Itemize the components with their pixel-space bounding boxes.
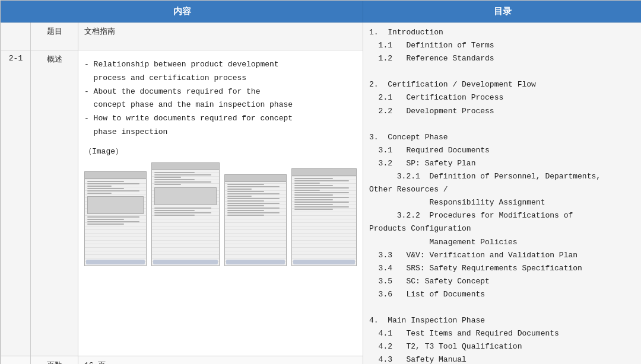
title-value-cell: 文档指南 [78, 23, 363, 50]
bullet-item: concept phase and the main inspection ph… [84, 99, 357, 111]
header-row: 内容 目录 [1, 1, 642, 23]
toc-cell: 1. Introduction 1.1 Definition of Terms … [363, 23, 641, 365]
pages-label-cell: 页数 [31, 356, 78, 364]
bullet-list: - Relationship between product developme… [84, 59, 357, 139]
page-container: 内容 目录 题目 文档指南 1. Introduction 1.1 Defini… [0, 0, 641, 364]
doc-images [84, 162, 357, 266]
toc-content: 1. Introduction 1.1 Definition of Terms … [369, 26, 636, 364]
header-content: 内容 [1, 1, 363, 23]
title-row: 题目 文档指南 1. Introduction 1.1 Definition o… [1, 23, 642, 50]
main-table: 内容 目录 题目 文档指南 1. Introduction 1.1 Defini… [1, 1, 641, 364]
doc-thumbnail [84, 171, 147, 266]
doc-thumbnail [151, 162, 219, 266]
content-cell: - Relationship between product developme… [78, 50, 363, 356]
row-label: 概述 [31, 50, 78, 356]
bullet-item: - Relationship between product developme… [84, 59, 357, 71]
bullet-item: - How to write documents required for co… [84, 113, 357, 125]
pages-value-cell: 16 页 [78, 356, 363, 364]
doc-thumbnail [224, 174, 287, 266]
title-num-cell [1, 23, 31, 50]
doc-thumbnail [291, 168, 357, 266]
bullet-item: - About the documents required for the [84, 86, 357, 98]
row-num: 2-1 [1, 50, 31, 356]
bullet-item: phase inspection [84, 126, 357, 139]
bullet-item: process and certification process [84, 72, 357, 85]
image-label: （Image） [84, 146, 357, 158]
title-label-cell: 题目 [31, 23, 78, 50]
header-toc: 目录 [363, 1, 641, 23]
pages-num-cell [1, 356, 31, 364]
